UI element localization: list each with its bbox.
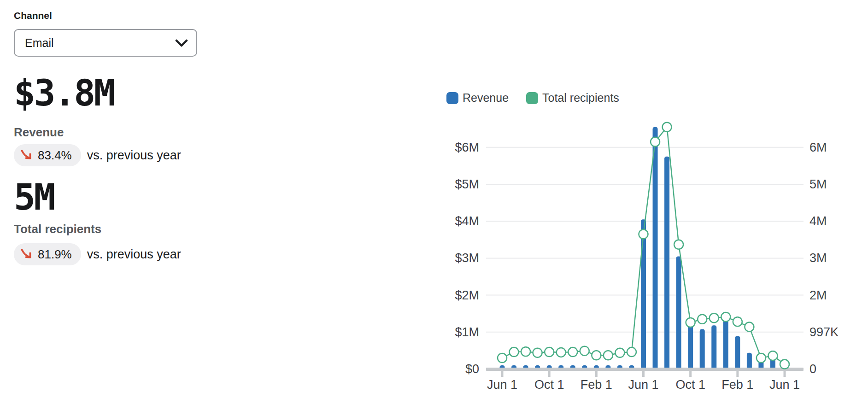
legend-item-recipients[interactable]: Total recipients xyxy=(526,91,619,105)
kpi-value-revenue: $3.8M xyxy=(14,75,114,112)
recipients-point[interactable] xyxy=(721,312,730,322)
revenue-recipients-chart[interactable]: Jun 1Oct 1Feb 1Jun 1Oct 1Feb 1Jun 1$0$1M… xyxy=(433,111,868,410)
recipients-point[interactable] xyxy=(545,347,554,357)
recipients-point[interactable] xyxy=(733,317,742,326)
y-right-label: 997K xyxy=(809,325,839,339)
y-left-label: $3M xyxy=(455,251,479,265)
channel-select[interactable]: Email xyxy=(14,29,197,57)
revenue-bar[interactable] xyxy=(653,127,658,369)
recipients-point[interactable] xyxy=(663,123,672,132)
y-left-label: $1M xyxy=(455,325,479,339)
kpi-trend-revenue: 83.4% vs. previous year xyxy=(14,144,181,166)
recipients-point[interactable] xyxy=(757,353,766,363)
y-right-label: 4M xyxy=(809,214,827,228)
recipients-point[interactable] xyxy=(615,348,624,357)
recipients-point[interactable] xyxy=(604,351,613,360)
y-left-label: $0 xyxy=(465,362,479,376)
y-right-label: 2M xyxy=(809,288,827,302)
x-axis-tick xyxy=(689,371,692,377)
recipients-point[interactable] xyxy=(568,347,577,357)
legend-item-revenue[interactable]: Revenue xyxy=(446,91,509,105)
x-axis-tick xyxy=(595,371,598,377)
kpi-label-recipients: Total recipients xyxy=(14,222,101,236)
x-axis-tick xyxy=(784,371,786,377)
x-axis-tick xyxy=(501,371,504,377)
revenue-bar[interactable] xyxy=(688,325,693,369)
y-left-label: $2M xyxy=(455,288,479,302)
comparison-label: vs. previous year xyxy=(87,148,181,163)
trend-badge: 83.4% xyxy=(14,144,81,166)
y-left-label: $5M xyxy=(455,177,479,191)
x-tick-label: Jun 1 xyxy=(769,378,800,392)
y-right-label: 0 xyxy=(809,362,816,376)
revenue-bar[interactable] xyxy=(711,325,716,369)
chevron-down-icon xyxy=(175,39,188,47)
recipients-swatch xyxy=(526,92,538,104)
chart-legend: Revenue Total recipients xyxy=(446,91,619,105)
recipients-point[interactable] xyxy=(533,348,542,357)
delta-value: 83.4% xyxy=(38,148,72,163)
revenue-bar[interactable] xyxy=(641,219,646,369)
recipients-point[interactable] xyxy=(651,137,660,146)
x-axis-tick xyxy=(548,371,551,377)
x-axis-line xyxy=(486,368,803,371)
kpi-trend-recipients: 81.9% vs. previous year xyxy=(14,243,181,265)
y-right-label: 5M xyxy=(809,177,827,191)
x-tick-label: Oct 1 xyxy=(675,378,705,392)
recipients-point[interactable] xyxy=(674,240,683,249)
delta-value: 81.9% xyxy=(38,247,72,262)
kpi-value-recipients: 5M xyxy=(14,179,54,217)
legend-label-revenue: Revenue xyxy=(463,91,509,105)
revenue-swatch xyxy=(446,92,458,104)
revenue-bar[interactable] xyxy=(747,353,752,369)
y-right-label: 3M xyxy=(809,251,827,265)
revenue-bar[interactable] xyxy=(700,329,705,369)
comparison-label: vs. previous year xyxy=(87,247,181,262)
trending-down-icon xyxy=(20,247,34,262)
recipients-point[interactable] xyxy=(686,318,695,327)
x-tick-label: Oct 1 xyxy=(534,378,564,392)
revenue-bar[interactable] xyxy=(723,320,728,369)
x-tick-label: Feb 1 xyxy=(581,378,612,392)
channel-select-value: Email xyxy=(25,36,54,50)
analytics-dashboard: Channel Email $3.8M Revenue 83.4% vs. pr… xyxy=(0,0,868,410)
recipients-point[interactable] xyxy=(592,351,601,360)
x-axis-tick xyxy=(736,371,739,377)
x-axis-tick xyxy=(642,371,645,377)
x-tick-label: Feb 1 xyxy=(721,378,753,392)
y-left-label: $4M xyxy=(455,214,479,228)
x-tick-label: Jun 1 xyxy=(628,378,658,392)
recipients-point[interactable] xyxy=(580,346,589,356)
trend-badge: 81.9% xyxy=(14,243,81,265)
x-tick-label: Jun 1 xyxy=(487,378,517,392)
recipients-point[interactable] xyxy=(521,347,530,356)
trending-down-icon xyxy=(20,148,34,163)
kpi-label-revenue: Revenue xyxy=(14,125,64,140)
y-left-label: $6M xyxy=(455,141,479,154)
recipients-point[interactable] xyxy=(639,229,648,239)
recipients-point[interactable] xyxy=(768,351,777,360)
recipients-point[interactable] xyxy=(498,353,507,363)
recipients-point[interactable] xyxy=(557,348,566,357)
channel-label: Channel xyxy=(14,10,52,21)
y-right-label: 6M xyxy=(809,141,827,154)
recipients-point[interactable] xyxy=(710,313,719,322)
recipients-point[interactable] xyxy=(510,347,519,357)
legend-label-recipients: Total recipients xyxy=(542,91,619,105)
recipients-point[interactable] xyxy=(698,315,707,324)
revenue-bar[interactable] xyxy=(735,336,740,369)
recipients-point[interactable] xyxy=(780,360,789,369)
revenue-bar[interactable] xyxy=(664,157,669,369)
recipients-point[interactable] xyxy=(627,347,636,357)
revenue-bar[interactable] xyxy=(676,256,681,369)
recipients-point[interactable] xyxy=(745,322,754,332)
